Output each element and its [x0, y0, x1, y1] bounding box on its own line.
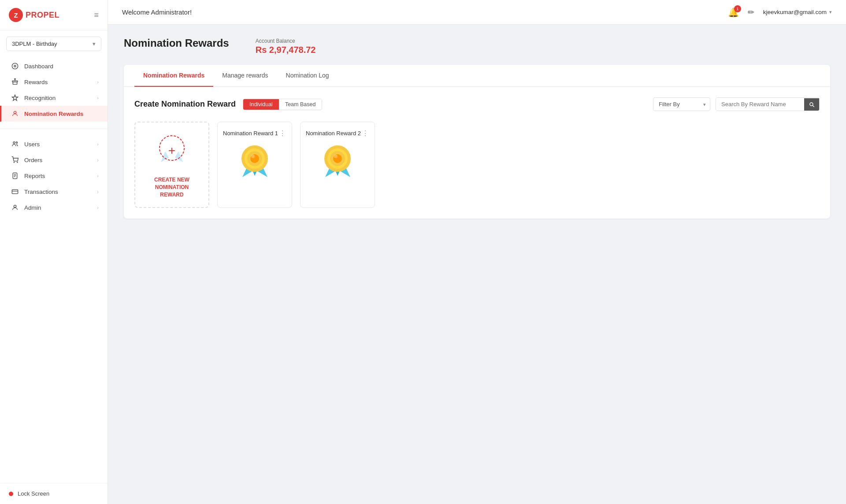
admin-icon — [10, 204, 20, 211]
filter-by-select[interactable]: Filter By — [653, 97, 710, 111]
logo: Z PROPEL — [9, 8, 59, 22]
user-email: kjeevkumar@gmail.com — [763, 9, 827, 15]
search-button[interactable] — [804, 98, 819, 111]
sidebar-item-recognition[interactable]: Recognition › — [0, 90, 108, 106]
chevron-right-icon: › — [97, 189, 99, 194]
sidebar: Z PROPEL ≡ 3DPLM - Birthday ▾ Dashboard … — [0, 0, 108, 504]
page-title: Nomination Rewards — [124, 37, 229, 49]
rewards-heading: Create Nomination Reward — [134, 100, 236, 109]
svg-text:+: + — [168, 144, 175, 157]
reports-icon — [10, 172, 20, 179]
logo-text: PROPEL — [26, 11, 59, 20]
svg-point-0 — [12, 63, 18, 69]
transactions-icon — [10, 188, 20, 195]
reward-card-header: Nomination Reward 1 ⋮ — [223, 129, 286, 137]
chevron-down-icon: ▾ — [829, 9, 832, 15]
page-header-top: Nomination Rewards Account Balance Rs 2,… — [124, 37, 830, 55]
topbar: Welcome Administrator! 🔔 1 ✏ kjeevkumar@… — [108, 0, 846, 25]
sidebar-item-admin[interactable]: Admin › — [0, 200, 108, 215]
rewards-toolbar-right: Filter By ▾ — [653, 97, 820, 111]
notification-badge: 1 — [734, 5, 741, 12]
svg-point-5 — [16, 142, 17, 143]
rewards-toolbar-left: Create Nomination Reward Individual Team… — [134, 99, 322, 110]
cards-grid: + CREATE NEW NOMINATION REWARD Nominatio… — [134, 122, 820, 208]
account-balance-label: Account Balance — [256, 38, 316, 44]
nomination-rewards-icon — [10, 110, 20, 117]
sidebar-item-reports[interactable]: Reports › — [0, 168, 108, 184]
create-nomination-reward-card[interactable]: + CREATE NEW NOMINATION REWARD — [134, 122, 209, 208]
chevron-right-icon: › — [97, 79, 99, 85]
content-card: Nomination Rewards Manage rewards Nomina… — [124, 65, 830, 219]
reward-card-name: Nomination Reward 1 — [223, 130, 278, 137]
tab-nomination-rewards[interactable]: Nomination Rewards — [134, 65, 213, 87]
svg-rect-2 — [12, 81, 18, 82]
user-menu[interactable]: kjeevkumar@gmail.com ▾ — [763, 9, 832, 15]
sidebar-item-dashboard[interactable]: Dashboard — [0, 58, 108, 74]
toggle-individual[interactable]: Individual — [243, 99, 279, 110]
svg-point-22 — [334, 155, 338, 158]
org-selector[interactable]: 3DPLM - Birthday ▾ — [6, 37, 101, 51]
main-content: Welcome Administrator! 🔔 1 ✏ kjeevkumar@… — [108, 0, 846, 504]
search-input[interactable] — [716, 98, 804, 111]
orders-icon — [10, 156, 20, 163]
sidebar-item-label: Dashboard — [24, 63, 53, 70]
sidebar-item-label: Recognition — [24, 95, 56, 101]
reward-card-1[interactable]: Nomination Reward 1 ⋮ — [217, 122, 292, 208]
sidebar-item-label: Reports — [24, 173, 45, 179]
toggle-team-based[interactable]: Team Based — [279, 99, 322, 110]
lock-screen-button[interactable]: Lock Screen — [0, 483, 108, 504]
reward-card-menu-icon[interactable]: ⋮ — [362, 129, 369, 137]
create-card-icon-area: + — [152, 131, 192, 171]
recognition-icon — [10, 94, 20, 101]
nav-bottom-section: Users › Orders › Reports › Transactions … — [0, 133, 108, 219]
sidebar-item-label: Users — [24, 141, 40, 148]
sidebar-item-label: Orders — [24, 157, 42, 163]
chevron-right-icon: › — [97, 141, 99, 147]
rewards-icon — [10, 78, 20, 85]
page-area: Nomination Rewards Account Balance Rs 2,… — [108, 25, 846, 504]
reward-card-name: Nomination Reward 2 — [306, 130, 361, 137]
org-label: 3DPLM - Birthday — [12, 41, 57, 47]
reward-medal-icon — [236, 143, 274, 182]
chevron-right-icon: › — [97, 157, 99, 163]
sidebar-item-transactions[interactable]: Transactions › — [0, 184, 108, 200]
chevron-right-icon: › — [97, 95, 99, 100]
svg-point-3 — [14, 111, 16, 114]
sidebar-item-rewards[interactable]: Rewards › — [0, 74, 108, 90]
edit-icon[interactable]: ✏ — [748, 7, 754, 17]
chevron-right-icon: › — [97, 173, 99, 178]
toggle-group: Individual Team Based — [243, 99, 322, 110]
svg-point-10 — [14, 205, 16, 208]
sidebar-item-users[interactable]: Users › — [0, 136, 108, 152]
sidebar-item-nomination-rewards[interactable]: Nomination Rewards — [0, 106, 108, 122]
sidebar-item-label: Rewards — [24, 79, 48, 85]
account-balance-block: Account Balance Rs 2,97,478.72 — [256, 37, 316, 55]
sidebar-item-label: Transactions — [24, 189, 58, 195]
logo-circle: Z — [9, 8, 23, 22]
filter-wrap: Filter By ▾ — [653, 97, 710, 111]
svg-point-7 — [17, 162, 18, 163]
create-medal-icon: + — [152, 131, 192, 171]
menu-hamburger-icon[interactable]: ≡ — [94, 11, 99, 20]
rewards-area: Create Nomination Reward Individual Team… — [124, 87, 830, 219]
rewards-toolbar: Create Nomination Reward Individual Team… — [134, 97, 820, 111]
svg-point-6 — [14, 162, 14, 163]
sidebar-item-label: Nomination Rewards — [24, 111, 83, 117]
svg-point-17 — [251, 155, 255, 158]
tab-nomination-log[interactable]: Nomination Log — [277, 65, 338, 87]
svg-rect-9 — [12, 189, 18, 193]
dashboard-icon — [10, 63, 20, 70]
topbar-right: 🔔 1 ✏ kjeevkumar@gmail.com ▾ — [728, 7, 832, 18]
sidebar-item-label: Admin — [24, 204, 41, 211]
reward-medal-icon — [319, 143, 356, 182]
svg-point-1 — [14, 65, 16, 67]
tab-manage-rewards[interactable]: Manage rewards — [213, 65, 277, 87]
reward-card-2[interactable]: Nomination Reward 2 ⋮ — [300, 122, 375, 208]
lock-screen-label: Lock Screen — [18, 490, 49, 497]
notification-button[interactable]: 🔔 1 — [728, 7, 739, 18]
chevron-right-icon: › — [97, 205, 99, 210]
reward-card-menu-icon[interactable]: ⋮ — [279, 129, 286, 137]
search-wrap — [716, 97, 820, 111]
sidebar-item-orders[interactable]: Orders › — [0, 152, 108, 168]
account-balance-value: Rs 2,97,478.72 — [256, 45, 316, 55]
